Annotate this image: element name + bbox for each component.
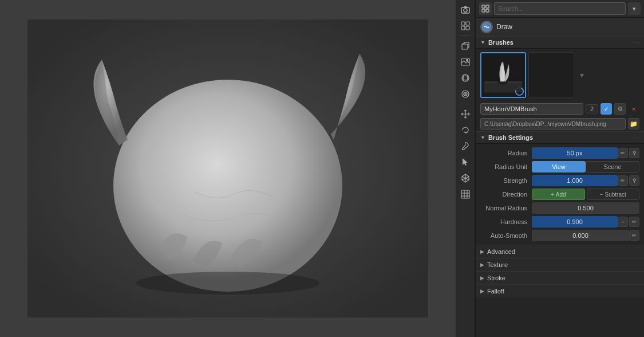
falloff-label: Falloff [487,288,504,295]
hardness-value-container [532,216,618,228]
direction-subtract-button[interactable]: − Subtract [587,189,640,200]
svg-point-4 [464,9,467,12]
lattice-icon[interactable] [458,171,473,186]
toolbar [456,0,475,337]
radius-unit-row: Radius Unit View Scene [476,160,644,174]
auto-smooth-label: Auto-Smooth [480,232,532,239]
advanced-section[interactable]: ▶ Advanced [476,245,644,258]
svg-point-34 [497,81,508,84]
target-icon[interactable] [458,87,473,101]
viewport[interactable] [0,0,456,337]
texture-section[interactable]: ▶ Texture [476,258,644,271]
wrench-icon[interactable] [458,139,473,154]
active-brush-thumb[interactable] [480,52,526,98]
radius-edit-icon[interactable]: ✏ [618,148,628,158]
add-plus-icon: + [551,191,554,198]
camera-icon[interactable] [458,2,473,17]
panel-header: ▾ [476,0,644,18]
paint-icon[interactable] [458,70,473,85]
strength-row: Strength ✏ ⚲ [476,174,644,187]
svg-rect-9 [466,26,469,30]
svg-rect-7 [466,22,469,25]
right-panel: ▾ Draw ▼ Brushes ··· [475,0,644,337]
sculpt-scene [27,19,428,318]
radius-input[interactable] [532,147,618,159]
strength-edit-icon[interactable]: ✏ [618,175,628,186]
svg-rect-29 [486,9,489,12]
search-input[interactable] [494,2,626,15]
brush-properties: Radius ✏ ⚲ Radius Unit View Scene Streng… [476,144,644,245]
move-icon[interactable] [458,107,473,122]
direction-add-button[interactable]: + Add [532,189,585,200]
panel-menu-button[interactable] [479,2,492,15]
auto-smooth-edit-icon[interactable]: ✏ [629,230,639,241]
normal-radius-input[interactable] [532,202,639,214]
hardness-expand-icon[interactable]: ↔ [618,217,628,227]
strength-value-container [532,175,618,186]
radius-lock-icon[interactable]: ⚲ [629,148,639,158]
panel-dropdown-button[interactable]: ▾ [628,2,641,15]
advanced-arrow: ▶ [480,249,484,254]
draw-icon [480,21,493,33]
radius-unit-view-button[interactable]: View [532,161,586,173]
svg-rect-26 [482,5,485,8]
brush-copy-button[interactable]: ⧉ [614,103,626,115]
radius-row: Radius ✏ ⚲ [476,146,644,160]
stroke-section[interactable]: ▶ Stroke [476,271,644,284]
brush-thumb-empty-1[interactable] [528,52,574,98]
brushes-section-header[interactable]: ▼ Brushes ··· [476,36,644,49]
svg-rect-10 [462,44,468,49]
direction-group: + Add − Subtract [532,189,639,200]
direction-label: Direction [480,191,532,198]
brush-settings-title: Brush Settings [488,134,533,141]
brush-folder-button[interactable]: 📁 [628,118,639,130]
brush-check-button[interactable]: ✓ [600,103,612,115]
cursor-icon[interactable] [458,155,473,170]
cube-icon[interactable] [458,38,473,53]
brush-settings-arrow: ▼ [480,135,485,140]
toolbar-separator-1 [460,36,471,36]
strength-lock-icon[interactable]: ⚲ [629,175,639,186]
hardness-label: Hardness [480,218,532,225]
strength-input[interactable] [532,175,618,186]
advanced-label: Advanced [487,248,515,255]
rotate-icon[interactable] [458,123,473,138]
brush-scroll-btn[interactable]: ▾ [576,52,587,98]
grid-icon[interactable] [458,18,473,33]
texture-arrow: ▶ [480,262,484,268]
svg-rect-21 [461,190,469,198]
svg-point-2 [136,272,319,295]
brush-path-input[interactable] [480,118,626,130]
sub-minus-icon: − [600,191,603,198]
svg-rect-27 [486,5,489,8]
brush-settings-dots: ··· [633,135,639,141]
radius-value-container [532,147,618,159]
brush-delete-button[interactable]: ✕ [628,103,639,115]
toolbar-separator-2 [460,104,471,104]
add-label: Add [556,191,566,198]
falloff-section[interactable]: ▶ Falloff [476,284,644,297]
brushes-dots: ··· [633,40,639,46]
brushes-arrow: ▼ [480,40,485,45]
grid2-icon[interactable] [458,187,473,202]
radius-unit-value: View Scene [532,161,639,173]
svg-point-1 [113,80,342,292]
svg-rect-8 [461,26,465,30]
hardness-edit-icon[interactable]: ✏ [629,217,639,227]
image-icon[interactable] [458,54,473,69]
svg-point-12 [466,59,468,61]
stroke-arrow: ▶ [480,275,484,281]
draw-header: Draw [476,18,644,36]
direction-row: Direction + Add − Subtract [476,187,644,201]
hardness-input[interactable] [532,216,618,228]
svg-rect-28 [482,9,485,12]
brush-path-row: 📁 [476,116,644,131]
draw-label: Draw [496,23,512,31]
brush-name-input[interactable] [480,103,583,115]
auto-smooth-row: Auto-Smooth ✏ [476,229,644,242]
normal-radius-label: Normal Radius [480,205,532,211]
brush-settings-section-header[interactable]: ▼ Brush Settings ··· [476,131,644,144]
radius-unit-scene-button[interactable]: Scene [586,161,639,173]
auto-smooth-input[interactable] [532,230,629,241]
radius-unit-toggle: View Scene [532,161,639,173]
